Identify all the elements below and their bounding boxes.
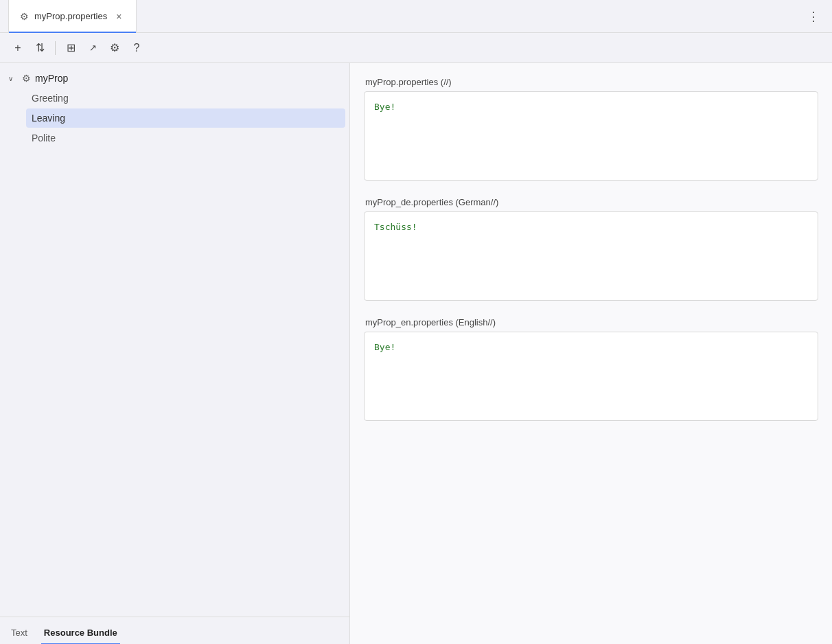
bottom-tabs: Text Resource Bundle — [0, 617, 349, 644]
tree-root-label: myProp — [35, 73, 68, 84]
tab-title: myProp.properties — [34, 11, 107, 21]
chevron-down-icon: ∨ — [8, 75, 18, 82]
root-gear-icon: ⚙ — [22, 73, 31, 84]
tree-item-greeting-label: Greeting — [32, 93, 69, 104]
add-button[interactable]: + — [8, 38, 27, 58]
move-button[interactable]: ↗ — [83, 38, 102, 58]
property-header-german: myProp_de.properties (German//) — [364, 197, 818, 207]
tab-bar: ⚙ myProp.properties × ⋮ — [0, 0, 832, 33]
tab-text[interactable]: Text — [8, 622, 30, 644]
tree-item-polite-label: Polite — [32, 133, 56, 143]
property-section-english: myProp_en.properties (English//) Bye! — [364, 317, 818, 421]
property-editor-english[interactable]: Bye! — [364, 332, 818, 421]
tree-item-polite[interactable]: Polite — [26, 128, 345, 148]
sidebar-tree: ∨ ⚙ myProp Greeting Leaving Polite — [0, 63, 349, 617]
tab-close-button[interactable]: × — [113, 10, 125, 23]
tree-children: Greeting Leaving Polite — [0, 89, 349, 148]
toolbar-separator — [55, 41, 56, 55]
property-section-default: myProp.properties (//) Bye! — [364, 77, 818, 181]
tab-resource-bundle[interactable]: Resource Bundle — [41, 622, 120, 644]
tab-myprop-properties[interactable]: ⚙ myProp.properties × — [8, 0, 137, 33]
property-section-german: myProp_de.properties (German//) Tschüss! — [364, 197, 818, 301]
main-content: ∨ ⚙ myProp Greeting Leaving Polite Text … — [0, 63, 832, 644]
property-header-default: myProp.properties (//) — [364, 77, 818, 87]
property-editor-german[interactable]: Tschüss! — [364, 211, 818, 301]
tree-item-leaving[interactable]: Leaving — [26, 108, 345, 128]
tab-bar-left: ⚙ myProp.properties × — [8, 0, 137, 33]
settings-button[interactable]: ⚙ — [105, 38, 124, 58]
editor-panel: myProp.properties (//) Bye! myProp_de.pr… — [350, 63, 832, 644]
sidebar: ∨ ⚙ myProp Greeting Leaving Polite Text … — [0, 63, 350, 644]
property-header-english: myProp_en.properties (English//) — [364, 317, 818, 327]
tree-item-leaving-label: Leaving — [32, 113, 65, 124]
tree-root-myprop[interactable]: ∨ ⚙ myProp — [0, 69, 349, 88]
property-editor-default[interactable]: Bye! — [364, 91, 818, 181]
tab-gear-icon: ⚙ — [20, 11, 29, 22]
tab-bar-right: ⋮ — [803, 6, 824, 27]
tree-item-greeting[interactable]: Greeting — [26, 89, 345, 108]
help-button[interactable]: ? — [127, 38, 146, 58]
more-options-button[interactable]: ⋮ — [803, 6, 824, 27]
expand-all-button[interactable]: ⊞ — [61, 38, 80, 58]
sort-button[interactable]: ⇅ — [30, 38, 49, 58]
toolbar: + ⇅ ⊞ ↗ ⚙ ? — [0, 33, 832, 63]
